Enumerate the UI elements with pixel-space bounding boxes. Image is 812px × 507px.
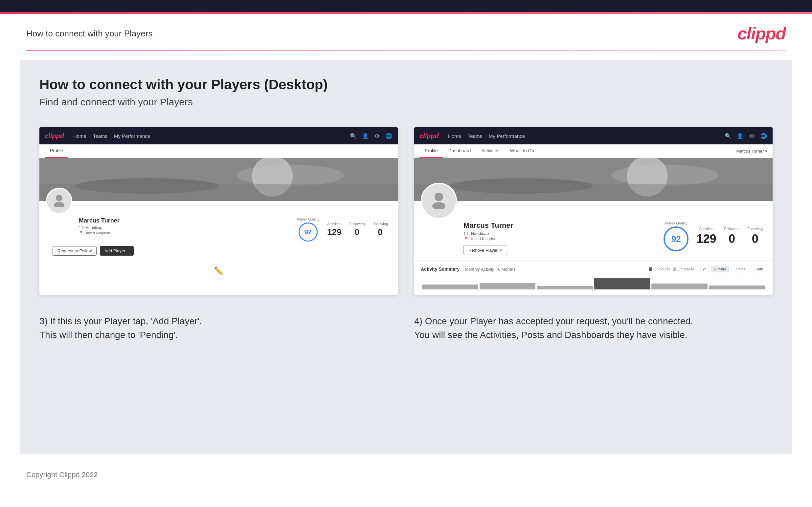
app-navbar-2: clippd Home Teams My Performance 🔍 👤 ⚙ 🌐 <box>414 127 773 145</box>
chart-bar-6 <box>709 285 765 289</box>
avatar-icon-2 <box>429 190 448 212</box>
chart-bar-5 <box>651 284 708 289</box>
screenshot-footer-1: ✏️ <box>39 261 398 281</box>
legend-off-course: Off course <box>673 267 695 271</box>
main-content: How to connect with your Players (Deskto… <box>20 60 792 454</box>
tabs-bar-1: Profile <box>39 145 398 158</box>
header-divider <box>26 50 786 51</box>
stats-block-1: Player Quality 92 Activities 129 Followe… <box>297 217 391 241</box>
profile-section-1: Marcus Turner 1-5 Handicap 📍 United King… <box>39 201 398 261</box>
activity-left: Activity Summary Monthly Activity · 6 Mo… <box>421 267 515 272</box>
followers-stat-2: Followers 0 <box>724 227 740 246</box>
quality-stat-2: Player Quality 92 <box>664 221 689 251</box>
tab-whattoon-2[interactable]: What To On <box>505 145 539 158</box>
player-name-2: Marcus Turner <box>463 221 664 230</box>
page-title: How to connect with your Players <box>26 29 152 39</box>
remove-player-button[interactable]: Remove Player × <box>463 245 507 255</box>
nav-home-1[interactable]: Home <box>73 133 86 139</box>
tab-activities-2[interactable]: Activities <box>476 145 505 158</box>
activity-header: Activity Summary Monthly Activity · 6 Mo… <box>421 266 766 272</box>
hero-bg-2 <box>414 158 773 201</box>
time-6mths-button[interactable]: 6 mths <box>711 266 729 272</box>
svg-point-5 <box>56 194 62 201</box>
activity-period: Monthly Activity · 6 Months <box>465 267 515 272</box>
main-title: How to connect with your Players (Deskto… <box>39 77 773 93</box>
profile-hero-1 <box>39 158 398 201</box>
off-course-dot <box>673 268 676 271</box>
user-icon-2[interactable]: 👤 <box>737 132 744 139</box>
page-footer: Copyright Clippd 2022 <box>0 464 812 486</box>
globe-icon-1[interactable]: 🌐 <box>385 132 393 139</box>
hero-bg-1 <box>39 158 398 201</box>
caption-4-text: 4) Once your Player has accepted your re… <box>414 316 693 340</box>
svg-rect-11 <box>414 184 773 201</box>
user-icon-1[interactable]: 👤 <box>362 132 369 139</box>
settings-icon-2[interactable]: ⚙ <box>748 132 756 139</box>
chart-bar-2 <box>479 283 536 289</box>
chart-bar-1 <box>422 284 478 289</box>
copyright-text: Copyright Clippd 2022 <box>26 470 98 479</box>
tabs-bar-2: Profile Dashboard Activities What To On … <box>414 145 773 158</box>
nav-teams-2[interactable]: Teams <box>468 133 482 139</box>
screenshot-1: clippd Home Teams My Performance 🔍 👤 ⚙ 🌐… <box>39 127 398 295</box>
time-1mth-button[interactable]: 1 mth <box>751 266 766 272</box>
svg-point-12 <box>435 192 443 201</box>
time-1yr-button[interactable]: 1 yr <box>697 266 709 272</box>
main-subtitle: Find and connect with your Players <box>39 97 773 108</box>
player-location-1: 📍 United Kingdom <box>79 231 297 235</box>
on-course-dot <box>649 268 652 271</box>
time-3mths-button[interactable]: 3 mths <box>731 266 748 272</box>
screenshot-2: clippd Home Teams My Performance 🔍 👤 ⚙ 🌐… <box>414 127 773 295</box>
quality-stat-1: Player Quality 92 <box>297 217 319 241</box>
search-icon-1[interactable]: 🔍 <box>350 132 357 139</box>
avatar-2 <box>421 183 457 219</box>
app-navbar-1: clippd Home Teams My Performance 🔍 👤 ⚙ 🌐 <box>39 127 398 145</box>
player-info-2: Marcus Turner 1-5 Handicap 📍 United King… <box>463 221 664 255</box>
nav-icons-2: 🔍 👤 ⚙ 🌐 <box>725 132 767 139</box>
action-buttons-1: Request to Follow Add Player + <box>46 246 391 256</box>
avatar-1 <box>46 188 72 214</box>
settings-icon-1[interactable]: ⚙ <box>373 132 381 139</box>
search-icon-2[interactable]: 🔍 <box>725 132 732 139</box>
nav-icons-1: 🔍 👤 ⚙ 🌐 <box>350 132 393 139</box>
tab-profile-2[interactable]: Profile <box>419 145 443 158</box>
app-logo-1: clippd <box>45 132 64 140</box>
chart-bar-4 <box>594 278 650 289</box>
tab-profile-1[interactable]: Profile <box>45 145 68 158</box>
player-handicap-2: 1-5 Handicap <box>463 231 664 236</box>
tab-dashboard-2[interactable]: Dashboard <box>443 145 476 158</box>
stats-block-2: Player Quality 92 Activities 129 Followe… <box>664 221 766 251</box>
svg-point-13 <box>432 202 445 209</box>
nav-teams-1[interactable]: Teams <box>93 133 107 139</box>
activities-stat-1: Activities 129 <box>327 222 341 237</box>
globe-icon-2[interactable]: 🌐 <box>760 132 767 139</box>
profile-section-2: Marcus Turner 1-5 Handicap 📍 United King… <box>414 201 773 260</box>
activity-controls: On course Off course 1 yr 6 mths 3 mths … <box>649 266 766 272</box>
player-name-1: Marcus Turner <box>79 217 297 224</box>
add-player-button[interactable]: Add Player + <box>100 246 134 256</box>
caption-4: 4) Once your Player has accepted your re… <box>414 315 773 342</box>
svg-point-6 <box>54 202 64 207</box>
following-stat-1: Following 0 <box>373 222 388 237</box>
legend-on-course: On course <box>649 267 670 271</box>
nav-performance-1[interactable]: My Performance <box>114 133 150 139</box>
player-info-1: Marcus Turner 1-5 Handicap 📍 United King… <box>79 217 297 235</box>
caption-3: 3) If this is your Player tap, 'Add Play… <box>39 315 398 342</box>
remove-x-icon: × <box>500 247 502 253</box>
caption-3-text: 3) If this is your Player tap, 'Add Play… <box>39 316 202 340</box>
location-icon-1: 📍 <box>79 231 84 235</box>
nav-performance-2[interactable]: My Performance <box>489 133 525 139</box>
captions-row: 3) If this is your Player tap, 'Add Play… <box>39 315 773 342</box>
screenshots-row: clippd Home Teams My Performance 🔍 👤 ⚙ 🌐… <box>39 127 773 295</box>
chart-bar-3 <box>537 286 593 289</box>
request-follow-button[interactable]: Request to Follow <box>53 246 97 256</box>
tabs-right-player[interactable]: Marcus Turner ▾ <box>737 149 767 154</box>
following-stat-2: Following 0 <box>748 227 763 246</box>
location-icon-2: 📍 <box>463 237 468 241</box>
nav-home-2[interactable]: Home <box>448 133 461 139</box>
player-handicap-1: 1-5 Handicap <box>79 225 297 230</box>
quality-circle-1: 92 <box>299 223 318 241</box>
svg-rect-4 <box>39 184 398 201</box>
pen-icon-1: ✏️ <box>214 267 224 276</box>
activity-chart <box>421 276 766 289</box>
